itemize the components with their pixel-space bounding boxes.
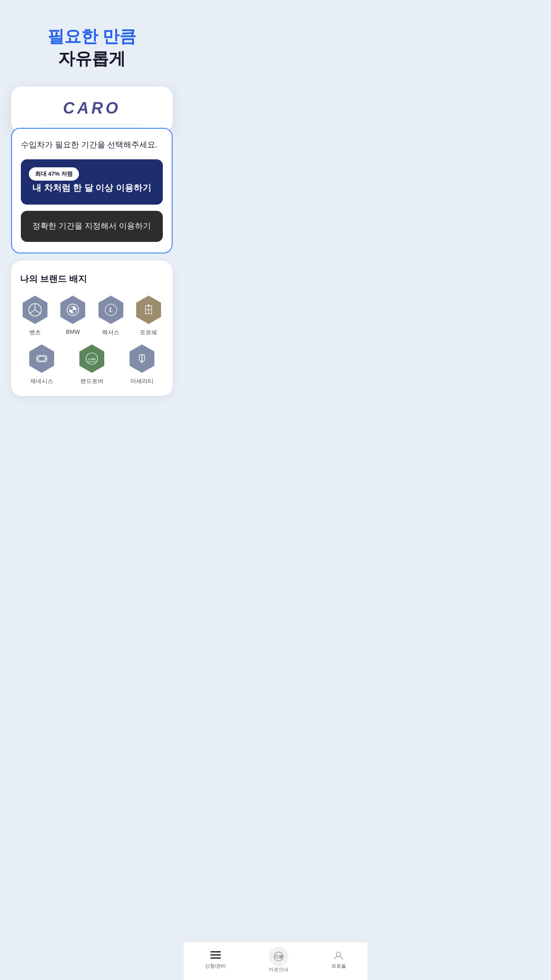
brand-hexagon-lexus: L <box>96 295 126 325</box>
lexus-logo: L <box>103 302 118 317</box>
hero-section: 필요한 만큼 자유롭게 <box>0 0 184 82</box>
option-monthly-text: 내 차처럼 한 달 이상 이용하기 <box>32 183 151 193</box>
brand-section-title: 나의 브랜드 배지 <box>20 273 164 285</box>
svg-line-3 <box>29 310 35 314</box>
hero-title-line2: 자유롭게 <box>58 49 126 69</box>
maserati-logo <box>134 351 150 366</box>
caro-logo: CARO <box>63 99 121 118</box>
svg-text:ROVER: ROVER <box>88 360 96 363</box>
svg-line-4 <box>35 310 41 314</box>
caro-header: CARO <box>11 87 173 132</box>
brand-item-genesis[interactable]: 제네시스 <box>20 344 63 385</box>
brand-name-maserati: 마세라티 <box>130 377 153 385</box>
brand-item-landrover[interactable]: LAND ROVER 랜드로버 <box>70 344 113 385</box>
brand-name-benz: 벤츠 <box>29 328 41 336</box>
discount-badge: 최대 47% 저렴 <box>29 167 79 181</box>
selection-card: 수입차가 필요한 기간을 선택해주세요. 최대 47% 저렴 내 차처럼 한 달… <box>11 128 173 253</box>
benz-logo <box>28 302 43 317</box>
brand-item-benz[interactable]: 벤츠 <box>20 295 51 336</box>
brand-hexagon-landrover: LAND ROVER <box>77 344 107 374</box>
option-custom-button[interactable]: 정확한 기간을 지정해서 이용하기 <box>21 211 163 241</box>
brand-hexagon-bmw <box>58 295 88 325</box>
genesis-logo <box>34 351 49 366</box>
brand-name-bmw: BMW <box>66 328 80 335</box>
porsche-logo <box>141 302 156 317</box>
brand-hexagon-benz <box>20 295 50 325</box>
brand-grid-row1: 벤츠 BMW <box>20 295 164 336</box>
svg-text:L: L <box>108 307 113 313</box>
brand-item-porsche[interactable]: 포르쉐 <box>133 295 164 336</box>
svg-marker-15 <box>147 304 150 306</box>
brand-name-genesis: 제네시스 <box>30 377 53 385</box>
brand-item-maserati[interactable]: 마세라티 <box>121 344 164 385</box>
brand-item-bmw[interactable]: BMW <box>58 295 88 336</box>
brand-name-porsche: 포르쉐 <box>140 328 157 336</box>
brand-name-landrover: 랜드로버 <box>80 377 103 385</box>
hero-title-line1: 필요한 만큼 <box>47 27 137 47</box>
brand-hexagon-maserati <box>127 344 157 374</box>
selection-title: 수입차가 필요한 기간을 선택해주세요. <box>21 139 163 150</box>
brand-item-lexus[interactable]: L 렉서스 <box>95 295 126 336</box>
page-wrapper: 필요한 만큼 자유롭게 CARO 수입차가 필요한 기간을 선택해주세요. 최대… <box>0 0 184 431</box>
brand-section: 나의 브랜드 배지 <box>11 261 173 396</box>
caro-divider <box>41 125 142 125</box>
brand-hexagon-genesis <box>27 344 57 374</box>
option-monthly-button[interactable]: 최대 47% 저렴 내 차처럼 한 달 이상 이용하기 <box>21 159 163 205</box>
bmw-logo <box>65 302 80 317</box>
brand-hexagon-porsche <box>134 295 164 325</box>
option-custom-text: 정확한 기간을 지정해서 이용하기 <box>32 221 151 230</box>
brand-name-lexus: 렉서스 <box>102 328 119 336</box>
brand-grid-row2: 제네시스 LAND ROVER 랜드로버 <box>20 344 164 385</box>
landrover-logo: LAND ROVER <box>84 351 100 367</box>
caro-card: CARO <box>11 87 173 132</box>
